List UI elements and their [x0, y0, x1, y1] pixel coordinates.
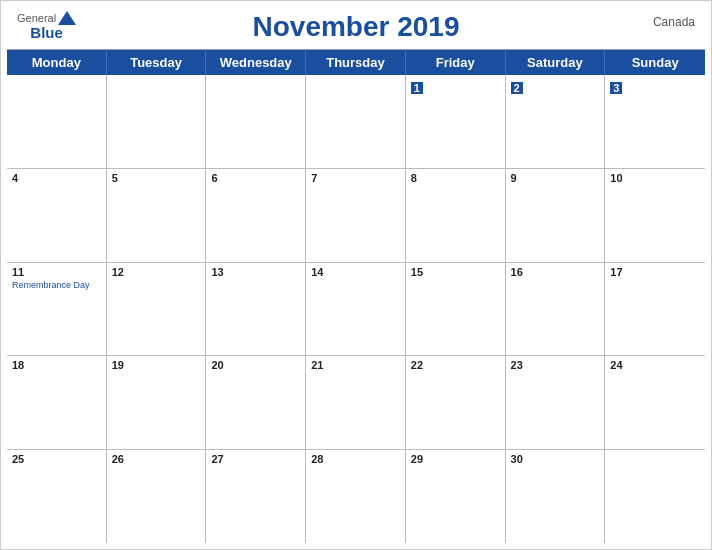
day-number: 10	[610, 172, 700, 184]
week-row: 252627282930	[7, 450, 705, 543]
day-cell: 13	[206, 263, 306, 356]
day-number: 26	[112, 453, 201, 465]
day-cell: 21	[306, 356, 406, 449]
day-cell: 12	[107, 263, 207, 356]
day-headers: MondayTuesdayWednesdayThursdayFridaySatu…	[7, 50, 705, 75]
day-cell	[306, 75, 406, 168]
day-cell: 28	[306, 450, 406, 543]
day-cell: 27	[206, 450, 306, 543]
week-row: 18192021222324	[7, 356, 705, 450]
day-cell: 14	[306, 263, 406, 356]
day-header-monday: Monday	[7, 50, 107, 75]
day-cell: 6	[206, 169, 306, 262]
day-cell: 15	[406, 263, 506, 356]
calendar: General Blue November 2019 Canada Monday…	[0, 0, 712, 550]
day-header-thursday: Thursday	[306, 50, 406, 75]
day-cell: 30	[506, 450, 606, 543]
day-header-wednesday: Wednesday	[206, 50, 306, 75]
day-cell: 25	[7, 450, 107, 543]
svg-marker-0	[58, 11, 76, 25]
brand-icon	[58, 11, 76, 25]
day-cell: 2	[506, 75, 606, 168]
week-row: 45678910	[7, 169, 705, 263]
day-number: 13	[211, 266, 300, 278]
day-number: 17	[610, 266, 700, 278]
weeks: 1234567891011Remembrance Day121314151617…	[7, 75, 705, 543]
day-cell: 22	[406, 356, 506, 449]
day-cell: 24	[605, 356, 705, 449]
brand-blue-text: Blue	[30, 25, 63, 40]
day-number: 24	[610, 359, 700, 371]
day-cell: 20	[206, 356, 306, 449]
day-cell: 8	[406, 169, 506, 262]
brand-logo: General Blue	[17, 11, 76, 40]
day-number: 1	[411, 82, 423, 94]
week-row: 11Remembrance Day121314151617	[7, 263, 705, 357]
day-number: 3	[610, 82, 622, 94]
day-number: 21	[311, 359, 400, 371]
day-number: 7	[311, 172, 400, 184]
day-header-tuesday: Tuesday	[107, 50, 207, 75]
day-number: 16	[511, 266, 600, 278]
day-number: 20	[211, 359, 300, 371]
day-cell: 18	[7, 356, 107, 449]
country-label: Canada	[653, 15, 695, 29]
day-cell	[605, 450, 705, 543]
calendar-grid: MondayTuesdayWednesdayThursdayFridaySatu…	[7, 49, 705, 543]
day-number: 22	[411, 359, 500, 371]
calendar-header: General Blue November 2019 Canada	[1, 1, 711, 49]
day-number: 9	[511, 172, 600, 184]
day-cell	[206, 75, 306, 168]
day-cell: 9	[506, 169, 606, 262]
day-number: 29	[411, 453, 500, 465]
day-number: 6	[211, 172, 300, 184]
day-number: 5	[112, 172, 201, 184]
day-cell: 23	[506, 356, 606, 449]
day-header-saturday: Saturday	[506, 50, 606, 75]
day-cell	[107, 75, 207, 168]
day-cell: 5	[107, 169, 207, 262]
day-cell: 7	[306, 169, 406, 262]
week-row: 123	[7, 75, 705, 169]
day-cell: 3	[605, 75, 705, 168]
day-header-sunday: Sunday	[605, 50, 705, 75]
day-cell: 19	[107, 356, 207, 449]
day-number: 18	[12, 359, 101, 371]
day-number: 25	[12, 453, 101, 465]
day-cell: 4	[7, 169, 107, 262]
day-number: 12	[112, 266, 201, 278]
day-number: 28	[311, 453, 400, 465]
day-number: 15	[411, 266, 500, 278]
day-number: 30	[511, 453, 600, 465]
day-cell: 11Remembrance Day	[7, 263, 107, 356]
day-number: 23	[511, 359, 600, 371]
day-cell: 16	[506, 263, 606, 356]
day-number: 4	[12, 172, 101, 184]
holiday-label: Remembrance Day	[12, 280, 101, 290]
day-number: 27	[211, 453, 300, 465]
day-header-friday: Friday	[406, 50, 506, 75]
day-cell	[7, 75, 107, 168]
day-number: 2	[511, 82, 523, 94]
day-number: 14	[311, 266, 400, 278]
day-number: 11	[12, 266, 101, 278]
day-cell: 26	[107, 450, 207, 543]
day-number: 19	[112, 359, 201, 371]
day-cell: 1	[406, 75, 506, 168]
day-cell: 29	[406, 450, 506, 543]
brand-general-text: General	[17, 13, 56, 24]
calendar-title: November 2019	[252, 11, 459, 43]
day-cell: 10	[605, 169, 705, 262]
day-number: 8	[411, 172, 500, 184]
day-cell: 17	[605, 263, 705, 356]
